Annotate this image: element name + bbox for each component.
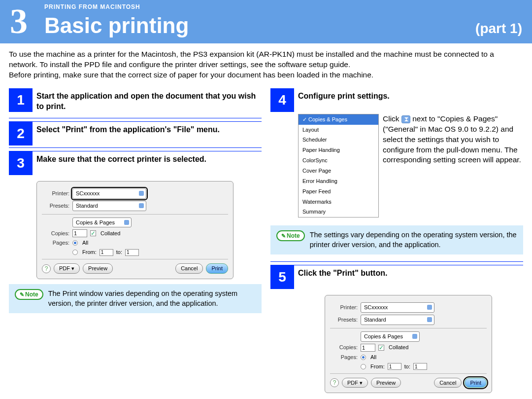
pages-all-label-b: All	[370, 354, 376, 361]
printer-label: Printer:	[42, 190, 69, 197]
pages-all-radio-b[interactable]	[361, 355, 366, 360]
page-header: 3 PRINTING FROM MACINTOSH Basic printing…	[0, 0, 532, 43]
step-3-text: Make sure that the correct printer is se…	[33, 151, 262, 169]
print-button[interactable]: Print	[206, 263, 228, 274]
note-box-right: Note The settings vary depending on the …	[270, 225, 523, 254]
help-button-b[interactable]: ?	[330, 378, 339, 387]
pages-from-radio-b[interactable]	[361, 364, 366, 369]
pages-to-input-b[interactable]	[413, 363, 427, 370]
printer-label-b: Printer:	[330, 304, 358, 311]
pages-label: Pages:	[42, 239, 69, 247]
pane-item-cover-page[interactable]: Cover Page	[299, 166, 378, 176]
copies-label: Copies:	[42, 230, 69, 237]
part-label: (part 1)	[475, 19, 522, 38]
pages-all-radio[interactable]	[72, 240, 78, 246]
pane-item-copies[interactable]: Copies & Pages	[299, 114, 378, 125]
pages-to-input[interactable]	[125, 249, 139, 256]
collated-label: Collated	[100, 230, 120, 237]
presets-dropdown-b[interactable]: Standard	[361, 315, 434, 325]
intro-text: To use the machine as a printer for the …	[9, 49, 523, 80]
pages-from-input[interactable]	[100, 249, 113, 256]
pane-item-paper-handling[interactable]: Paper Handling	[299, 145, 378, 155]
pages-from-radio[interactable]	[72, 250, 78, 255]
print-dialog-a: Printer: SCxxxxxx Presets: Standard Copi…	[36, 181, 233, 279]
collated-label-b: Collated	[389, 344, 408, 351]
pages-from-input-b[interactable]	[388, 363, 401, 370]
step-5-text: Click the "Print" button.	[294, 265, 523, 283]
breadcrumb: PRINTING FROM MACINTOSH	[44, 3, 522, 11]
pages-from-label-b: From:	[370, 363, 385, 370]
pane-dropdown[interactable]: Copies & Pages	[72, 218, 132, 228]
print-dialog-b: Printer: SCxxxxxx Presets: Standard Copi…	[325, 295, 492, 393]
copies-input[interactable]	[72, 229, 87, 237]
pane-item-colorsync[interactable]: ColorSync	[299, 155, 378, 166]
note-left-text: The Print window varies depending on the…	[48, 289, 256, 308]
pdf-button-b[interactable]: PDF ▾	[342, 378, 368, 388]
collated-checkbox-b[interactable]	[378, 345, 384, 351]
step-number-1: 1	[9, 88, 33, 112]
pages-all-label: All	[82, 239, 88, 247]
presets-label-b: Presets:	[330, 316, 358, 324]
page-title: Basic printing	[44, 11, 189, 40]
pages-label-b: Pages:	[330, 354, 358, 361]
copies-label-b: Copies:	[330, 344, 358, 351]
step-number-3: 3	[9, 151, 33, 175]
pane-item-layout[interactable]: Layout	[299, 125, 378, 135]
step-4-description: Click next to "Copies & Pages" ("General…	[383, 114, 523, 166]
step-1-text: Start the application and open the docum…	[33, 88, 262, 116]
note-badge: Note	[15, 289, 43, 300]
cancel-button-b[interactable]: Cancel	[434, 378, 462, 388]
chapter-number: 3	[10, 0, 44, 46]
note-box-left: Note The Print window varies depending o…	[9, 284, 262, 313]
presets-dropdown[interactable]: Standard	[72, 201, 146, 211]
pages-to-label: to:	[116, 249, 122, 256]
cancel-button[interactable]: Cancel	[175, 263, 203, 274]
pane-item-paper-feed[interactable]: Paper Feed	[299, 186, 378, 197]
step-number-5: 5	[270, 265, 294, 289]
printer-dropdown[interactable]: SCxxxxxx	[72, 188, 146, 199]
presets-label: Presets:	[42, 202, 69, 210]
step-2-text: Select "Print" from the application's "F…	[33, 122, 262, 139]
pages-from-label: From:	[82, 249, 97, 256]
preview-button-b[interactable]: Preview	[371, 378, 401, 388]
help-button[interactable]: ?	[42, 264, 51, 273]
left-column: 1 Start the application and open the doc…	[9, 85, 262, 399]
collated-checkbox[interactable]	[90, 230, 96, 236]
arrows-icon	[401, 115, 410, 123]
pane-dropdown-b[interactable]: Copies & Pages	[361, 331, 420, 342]
pdf-button[interactable]: PDF ▾	[54, 263, 80, 274]
pane-item-scheduler[interactable]: Scheduler	[299, 135, 378, 145]
copies-input-b[interactable]	[361, 344, 375, 352]
step-4-text: Configure print settings.	[294, 88, 523, 106]
note-right-text: The settings vary depending on the opera…	[310, 230, 517, 250]
printer-dropdown-b[interactable]: SCxxxxxx	[361, 302, 434, 313]
right-column: 4 Configure print settings. Copies & Pag…	[270, 85, 523, 399]
step-number-2: 2	[9, 122, 33, 145]
note-badge: Note	[276, 230, 305, 241]
pane-item-summary[interactable]: Summary	[299, 207, 378, 217]
pane-item-error-handling[interactable]: Error Handling	[299, 176, 378, 186]
settings-pane-list[interactable]: Copies & Pages Layout Scheduler Paper Ha…	[298, 114, 379, 218]
preview-button[interactable]: Preview	[83, 263, 113, 274]
pages-to-label-b: to:	[404, 363, 410, 370]
pane-item-watermarks[interactable]: Watermarks	[299, 197, 378, 207]
print-button-b[interactable]: Print	[465, 378, 487, 388]
step-number-4: 4	[270, 88, 294, 112]
